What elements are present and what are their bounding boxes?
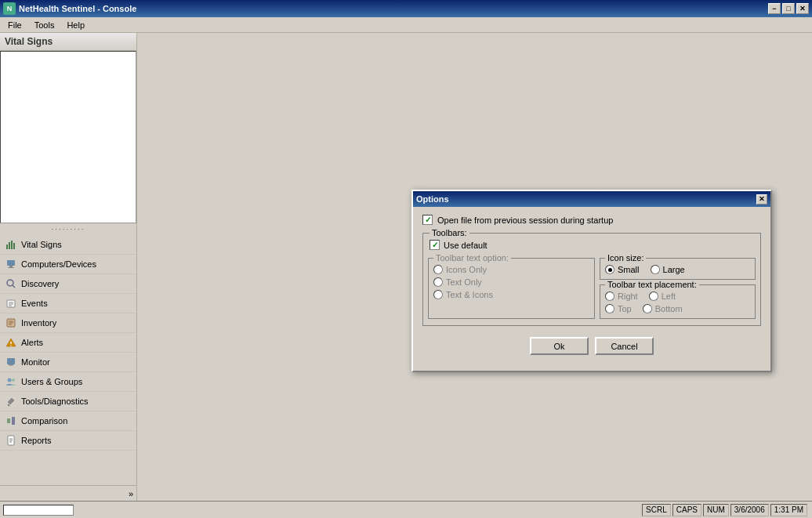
sidebar-expand-button[interactable]: » (0, 485, 136, 501)
text-icons-row: Text & Icons (433, 290, 589, 299)
inner-groups: Toolbar text option: Icons Only Text Onl… (423, 253, 760, 325)
right-radio[interactable] (605, 292, 614, 301)
monitor-icon (5, 356, 17, 368)
status-scrl: SCRL (642, 504, 671, 516)
text-icons-radio[interactable] (433, 290, 443, 299)
top-radio[interactable] (605, 304, 614, 313)
large-radio[interactable] (651, 265, 660, 274)
sidebar-label-comparison: Comparison (21, 416, 67, 426)
sidebar-item-reports[interactable]: Reports (0, 431, 136, 451)
maximize-button[interactable]: □ (782, 3, 795, 14)
sidebar-item-tools-diagnostics[interactable]: Tools/Diagnostics (0, 392, 136, 411)
icons-only-label: Icons Only (446, 265, 487, 274)
sidebar-item-monitor[interactable]: Monitor (0, 353, 136, 372)
svg-rect-5 (9, 266, 13, 267)
svg-rect-0 (6, 245, 8, 249)
dialog-buttons: Ok Cancel (422, 332, 761, 363)
toolbar-placement-legend: Toolbar text placement: (605, 280, 699, 289)
reports-icon (5, 434, 17, 447)
status-date: 3/6/2006 (730, 504, 769, 516)
sidebar-item-alerts[interactable]: Alerts (0, 333, 136, 353)
sidebar-item-computers[interactable]: Computers/Devices (0, 255, 136, 274)
sidebar-label-alerts: Alerts (21, 338, 43, 347)
svg-rect-20 (7, 358, 15, 364)
top-label: Top (618, 304, 632, 313)
icon-size-legend: Icon size: (605, 253, 646, 263)
sidebar: Vital Signs ········· Vital Signs (0, 33, 137, 501)
ok-button[interactable]: Ok (530, 337, 589, 355)
sidebar-item-users-groups[interactable]: Users & Groups (0, 372, 136, 392)
menu-file[interactable]: File (2, 19, 28, 31)
toolbars-group: Toolbars: Use default Toolbar text optio… (422, 233, 761, 326)
svg-rect-4 (7, 260, 15, 266)
svg-rect-3 (13, 243, 15, 249)
sidebar-preview (0, 51, 136, 223)
use-default-checkbox[interactable] (430, 240, 440, 250)
small-label: Small (618, 265, 640, 274)
bottom-radio[interactable] (643, 304, 652, 313)
minimize-button[interactable]: − (768, 3, 781, 14)
sidebar-item-discovery[interactable]: Discovery (0, 274, 136, 294)
small-radio[interactable] (605, 265, 614, 274)
sidebar-nav: Vital Signs Computers/Devices (0, 235, 136, 485)
svg-point-7 (7, 280, 13, 286)
dialog-close-button[interactable]: ✕ (756, 194, 767, 205)
left-radio[interactable] (649, 292, 658, 301)
sidebar-dots: ········· (0, 223, 136, 235)
text-only-radio[interactable] (433, 277, 443, 287)
main-layout: Vital Signs ········· Vital Signs (0, 33, 812, 501)
sidebar-item-events[interactable]: Events (0, 294, 136, 313)
title-buttons: − □ ✕ (768, 3, 809, 14)
menu-help[interactable]: Help (60, 19, 91, 31)
svg-rect-25 (7, 418, 10, 423)
alerts-icon (5, 336, 17, 349)
dialog-title: Options (416, 194, 449, 204)
expand-arrow-icon: » (129, 489, 133, 498)
cancel-button[interactable]: Cancel (595, 337, 654, 355)
icons-only-row: Icons Only (433, 265, 589, 274)
close-window-button[interactable]: ✕ (796, 3, 809, 14)
options-dialog: Options ✕ Open file from previous sessio… (411, 190, 772, 372)
open-file-label: Open file from previous session during s… (437, 216, 613, 225)
bottom-label: Bottom (655, 304, 683, 313)
users-icon (5, 375, 17, 388)
open-file-checkbox[interactable] (422, 215, 433, 225)
svg-point-23 (12, 379, 15, 382)
svg-rect-1 (9, 242, 10, 249)
sidebar-item-vital-signs[interactable]: Vital Signs (0, 235, 136, 255)
text-only-label: Text Only (446, 277, 482, 287)
text-icons-label: Text & Icons (446, 290, 493, 299)
right-label: Right (618, 292, 638, 301)
toolbar-text-legend: Toolbar text option: (433, 253, 511, 263)
menu-tools[interactable]: Tools (28, 19, 61, 31)
chart-icon (5, 238, 17, 251)
dialog-body: Open file from previous session during s… (413, 207, 770, 371)
app-title: NetHealth Sentinel - Console (19, 4, 136, 13)
icons-only-radio[interactable] (433, 265, 443, 274)
use-default-row: Use default (423, 237, 760, 253)
computer-icon (5, 258, 17, 270)
sidebar-label-reports: Reports (21, 436, 52, 445)
sidebar-label-tools-diagnostics: Tools/Diagnostics (21, 397, 89, 406)
sidebar-label-discovery: Discovery (21, 279, 59, 288)
toolbar-text-group: Toolbar text option: Icons Only Text Onl… (428, 258, 595, 319)
svg-point-19 (10, 345, 11, 346)
sidebar-label-inventory: Inventory (21, 318, 56, 328)
sidebar-item-comparison[interactable]: Comparison (0, 411, 136, 431)
svg-rect-2 (11, 241, 13, 249)
svg-line-24 (8, 404, 9, 406)
placement-top-row: Right Left (605, 292, 750, 301)
use-default-label: Use default (444, 241, 488, 250)
sidebar-label-vital-signs: Vital Signs (21, 240, 62, 249)
tools-icon (5, 395, 17, 408)
sidebar-header: Vital Signs (0, 33, 136, 51)
title-bar: N NetHealth Sentinel - Console − □ ✕ (0, 0, 812, 17)
text-only-row: Text Only (433, 277, 589, 287)
open-file-row: Open file from previous session during s… (422, 215, 761, 225)
status-num: NUM (703, 504, 729, 516)
status-caps: CAPS (672, 504, 701, 516)
sidebar-item-inventory[interactable]: Inventory (0, 313, 136, 333)
toolbar-placement-group: Toolbar text placement: Right Left Top (600, 284, 756, 319)
discovery-icon (5, 277, 17, 290)
sidebar-label-events: Events (21, 299, 48, 308)
